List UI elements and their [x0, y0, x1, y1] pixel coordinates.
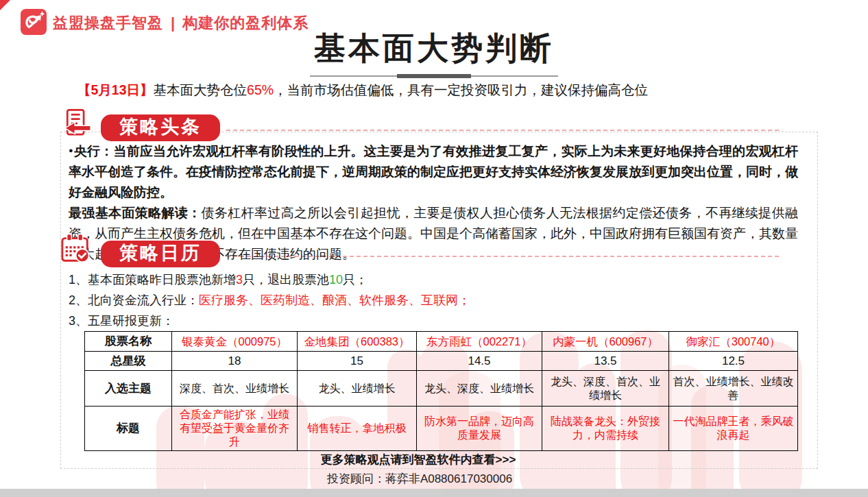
themes-cell: 首次、业绩增长、业绩改善 — [669, 371, 798, 407]
five-star-research-table: 股票名称 银泰黄金（000975） 金地集团（600383） 东方雨虹（0022… — [84, 331, 798, 451]
headline-divider-dashed — [226, 130, 779, 131]
rowheader-themes: 入选主题 — [85, 371, 172, 407]
report-title-cell: 陆战装备龙头：外贸接力，内需持续 — [542, 407, 669, 451]
advisor-info: 投资顾问：蒋弈非A0880617030006 — [0, 471, 839, 487]
calendar-list: 1、基本面策略昨日股票池新增3只，退出股票池10只； 2、北向资金流入行业：医疗… — [69, 269, 761, 331]
headline-paragraph-2-label: 最强基本面策略解读： — [69, 206, 202, 220]
item2-pre: 2、北向资金流入行业： — [69, 293, 199, 307]
headline-section-header: 策略头条 — [62, 108, 220, 141]
stock-name-cell: 御家汇（300740） — [669, 332, 798, 352]
calendar-check-icon — [60, 233, 92, 267]
item1-added-count: 3 — [236, 273, 243, 287]
page-title: 基本面大势判断 — [310, 27, 558, 77]
table-row-star-rating: 总星级 18 15 14.5 13.5 12.5 — [85, 352, 798, 371]
table-row-report-title: 标题 合质金产能扩张，业绩有望受益于黄金量价齐升 销售转正，拿地积极 防水第一品… — [85, 407, 798, 451]
star-rating-cell: 18 — [172, 352, 298, 371]
headline-paragraph-1: ●央行：当前应当允许宏观杠杆率有阶段性的上升。这主要是为了有效推进复工复产，实际… — [69, 140, 798, 203]
star-rating-cell: 15 — [298, 352, 417, 371]
stock-name-cell: 金地集团（600383） — [298, 332, 417, 352]
daily-summary: 【5月13日】基本面大势仓位65%，当前市场估值偏低，具有一定投资吸引力，建议保… — [77, 81, 648, 99]
rowheader-report-title: 标题 — [85, 407, 172, 451]
summary-post: ，当前市场估值偏低，具有一定投资吸引力，建议保持偏高仓位 — [274, 82, 648, 97]
table-row-themes: 入选主题 深度、首次、业绩增长 龙头、业绩增长 龙头、深度、业绩增长 龙头、深度… — [85, 371, 798, 407]
item1-pre: 1、基本面策略昨日股票池新增 — [69, 273, 236, 287]
summary-date: 【5月13日】 — [77, 82, 154, 97]
rowheader-star-rating: 总星级 — [85, 352, 172, 371]
star-rating-cell: 12.5 — [669, 352, 798, 371]
report-title-cell: 一代淘品牌王者，乘风破浪再起 — [669, 407, 798, 451]
more-views-link[interactable]: 更多策略观点请到智盈软件内查看>>> — [0, 452, 836, 468]
report-title-cell: 防水第一品牌，迈向高质量发展 — [417, 407, 542, 451]
stock-name-cell: 内蒙一机（600967） — [542, 332, 669, 352]
themes-cell: 龙头、深度、业绩增长 — [417, 371, 542, 407]
themes-cell: 深度、首次、业绩增长 — [172, 371, 298, 407]
bullet-icon: ● — [69, 146, 73, 154]
themes-cell: 龙头、深度、首次、业绩增长 — [542, 371, 669, 407]
item1-removed-count: 10 — [329, 273, 343, 287]
calendar-section-header: 策略日历 — [60, 233, 220, 267]
rowheader-stock-name: 股票名称 — [85, 332, 172, 352]
stock-name-cell: 银泰黄金（000975） — [172, 332, 298, 352]
star-rating-cell: 13.5 — [542, 352, 669, 371]
report-title-cell: 销售转正，拿地积极 — [298, 407, 417, 451]
corner-accent-triangle — [0, 0, 10, 10]
report-title-cell: 合质金产能扩张，业绩有望受益于黄金量价齐升 — [172, 407, 298, 451]
stock-name-cell: 东方雨虹（002271） — [417, 332, 542, 352]
page-title-wrap: 基本面大势判断 — [0, 27, 868, 77]
star-rating-cell: 14.5 — [417, 352, 542, 371]
calendar-item-research-update: 3、五星研报更新： — [69, 311, 761, 331]
summary-pre: 基本面大势仓位 — [154, 82, 248, 97]
headline-section-badge: 策略头条 — [101, 114, 220, 141]
summary-position-percent: 65% — [247, 82, 274, 97]
item1-mid: 只，退出股票池 — [243, 273, 329, 287]
calendar-item-northbound-flow: 2、北向资金流入行业：医疗服务、医药制造、酿酒、软件服务、互联网； — [69, 290, 761, 311]
calendar-section-badge: 策略日历 — [101, 241, 220, 267]
item1-post: 只； — [343, 273, 367, 287]
headline-paragraph-1-text: 央行：当前应当允许宏观杠杆率有阶段性的上升。这主要是为了有效推进复工复产，实际上… — [69, 144, 798, 199]
table-row-stock-name: 股票名称 银泰黄金（000975） 金地集团（600383） 东方雨虹（0022… — [85, 332, 798, 352]
themes-cell: 龙头、业绩增长 — [298, 371, 417, 407]
news-document-icon — [62, 108, 92, 141]
bottom-gray-bar — [0, 489, 868, 497]
calendar-item-pool-change: 1、基本面策略昨日股票池新增3只，退出股票池10只； — [69, 269, 761, 290]
item2-industries: 医疗服务、医药制造、酿酒、软件服务、互联网； — [199, 293, 470, 307]
